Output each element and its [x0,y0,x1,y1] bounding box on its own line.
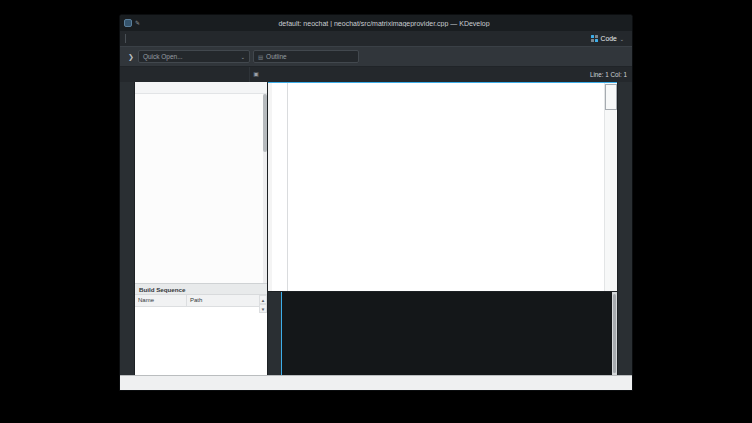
desktop-background: ✎ default: neochat | neochat/src/matrixi… [0,0,752,423]
build-sequence-table: Name Path ▲ ▼ [135,295,267,375]
projects-panel: Build Sequence Name Path ▲ ▼ [135,82,268,375]
main-area: Build Sequence Name Path ▲ ▼ [120,82,632,375]
build-sequence-title: Build Sequence [139,286,185,293]
kdevelop-window: ✎ default: neochat | neochat/src/matrixi… [119,14,633,391]
titlebar[interactable]: ✎ default: neochat | neochat/src/matrixi… [120,15,632,31]
build-sequence-column-headers: Name Path [135,295,267,307]
scroll-up-button[interactable]: ▲ [259,295,267,304]
area-switcher-label: Code [601,35,617,42]
line-number-gutter [272,83,288,291]
chevron-down-icon: ⌄ [241,54,245,60]
chevron-right-icon: ❯ [128,53,134,61]
app-icon [124,19,132,27]
document-tab-bar: ▣ Line: 1 Col: 1 [120,67,632,82]
tab-list-icon[interactable]: ▣ [250,67,262,82]
quick-open-combobox[interactable]: Quick Open... ⌄ [138,50,250,63]
file-tree [135,94,262,283]
outline-placeholder: Outline [266,53,287,60]
outline-icon: ▤ [258,54,263,60]
minimap-scrollbar[interactable] [604,83,617,291]
chevron-down-icon: ⌄ [620,36,624,42]
terminal-scrollbar[interactable] [612,292,617,375]
column-header-path[interactable]: Path [187,295,267,306]
code-editor[interactable] [268,82,617,291]
quick-open-label: Quick Open... [143,53,238,60]
scroll-down-button[interactable]: ▼ [259,304,267,313]
column-header-name[interactable]: Name [135,295,187,306]
projects-tree [135,94,267,283]
build-sequence-header: Build Sequence [135,283,267,295]
right-dock-strip [617,82,632,375]
menubar: Code ⌄ [120,31,632,46]
area-switcher-grid-icon [591,35,598,42]
projects-scrollbar[interactable] [263,94,267,283]
code-area[interactable] [288,83,604,291]
spacer [120,67,250,82]
build-sequence-side-buttons: ▲ ▼ [259,295,267,313]
bottom-dock-strip [268,292,281,375]
outline-input[interactable]: ▤ Outline [253,50,359,63]
minimap-viewport[interactable] [605,84,617,110]
left-dock-strip [120,82,135,375]
main-toolbar: ❯ Quick Open... ⌄ ▤ Outline [120,46,632,67]
window-title: default: neochat | neochat/src/matrixima… [143,20,625,27]
area-switcher[interactable]: Code ⌄ [586,35,629,42]
separator [125,34,126,43]
pencil-icon: ✎ [135,19,140,27]
spacer [262,67,585,82]
terminal[interactable] [281,292,612,375]
projects-toolbar [135,82,267,94]
terminal-panel [268,291,617,375]
editor-column [268,82,617,375]
statusbar [120,375,632,390]
cursor-position: Line: 1 Col: 1 [585,67,632,82]
